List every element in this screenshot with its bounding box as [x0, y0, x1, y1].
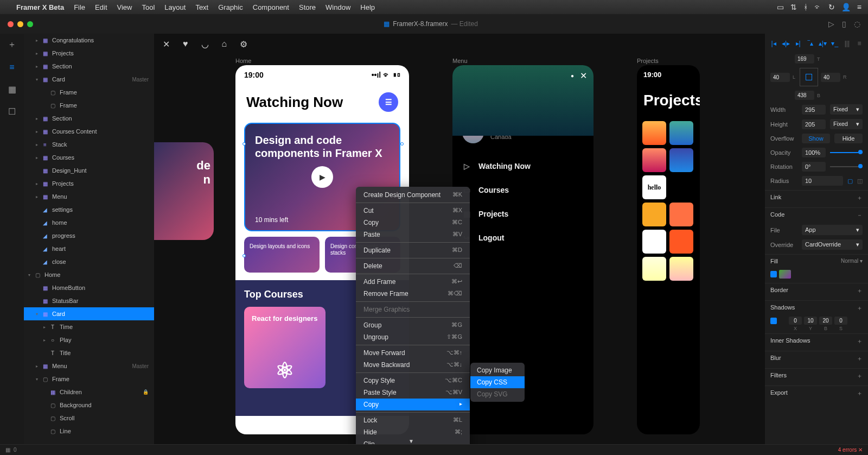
selection-handle[interactable] [400, 142, 404, 146]
subctx-copy-image[interactable]: Copy Image [470, 364, 525, 376]
ctx-move-backward[interactable]: Move Backward⌥⌘↓ [356, 359, 470, 371]
thumb[interactable] [669, 230, 693, 254]
distribute-h-icon[interactable]: ||| [843, 39, 851, 48]
thumb[interactable] [642, 203, 666, 226]
artboard-projects[interactable]: 19:00 Projects hello [637, 65, 700, 434]
align-center-h-icon[interactable]: ◂|▸ [782, 39, 790, 48]
pin-left[interactable]: 40 [770, 73, 790, 82]
filter-icon[interactable]: ☰ [379, 92, 398, 112]
align-right-icon[interactable]: ▸| [794, 39, 802, 48]
shadow-toggle[interactable] [770, 318, 777, 324]
subctx-copy-css[interactable]: Copy CSS [470, 376, 525, 388]
layer-section[interactable]: ▸▦Section [24, 60, 154, 73]
close-icon[interactable]: ✕ [163, 39, 170, 49]
thumb[interactable] [669, 148, 693, 172]
layer-section[interactable]: ▸▦Section [24, 112, 154, 125]
course-card[interactable]: React for designers ⚛ [244, 307, 326, 388]
heart-icon[interactable]: ♥ [183, 39, 188, 49]
add-filter-icon[interactable]: ＋ [857, 372, 863, 380]
ctx-remove-frame[interactable]: Remove Frame⌘⌫ [356, 288, 470, 300]
preview-icon[interactable]: ▷ [828, 20, 834, 28]
radius-per-icon[interactable]: ◫ [857, 178, 863, 185]
menu-text[interactable]: Text [195, 3, 208, 11]
add-export-icon[interactable]: ＋ [857, 389, 863, 397]
menu-help[interactable]: Help [360, 3, 375, 11]
menu-layout[interactable]: Layout [164, 3, 186, 11]
layer-line[interactable]: ▢Line [24, 425, 154, 438]
canvas[interactable]: ✕ ♥ ◡ ⌂ ⚙ Home Menu Projects den 19:00 •… [154, 34, 765, 455]
menu-close-icon[interactable]: ✕ [580, 71, 587, 81]
ctx-copy[interactable]: Copy⌘C [356, 217, 470, 229]
menu-item-watching-now[interactable]: ▷Watching Now [452, 154, 593, 178]
layers-icon[interactable]: ≡ [9, 62, 14, 72]
layer-home[interactable]: ◢home [24, 216, 154, 229]
layer-card[interactable]: ▾▦Card [24, 307, 154, 320]
layer-congratulations[interactable]: ▸▦Congratulations [24, 34, 154, 47]
progress-icon[interactable]: ◡ [201, 39, 209, 49]
rotation-slider[interactable] [830, 166, 863, 167]
layer-design_hunt[interactable]: ▦Design_Hunt [24, 164, 154, 177]
ctx-create-design-component[interactable]: Create Design Component⌘K [356, 189, 470, 201]
ctx-copy[interactable]: Copy▸ [356, 399, 470, 410]
minimize-window-button[interactable] [17, 21, 23, 27]
add-blur-icon[interactable]: ＋ [857, 355, 863, 363]
thumb[interactable] [669, 121, 693, 145]
add-link-icon[interactable]: ＋ [857, 194, 863, 202]
add-border-icon[interactable]: ＋ [857, 287, 863, 295]
menu-component[interactable]: Component [253, 3, 289, 11]
layer-scroll[interactable]: ▢Scroll [24, 412, 154, 425]
thumb[interactable] [642, 148, 666, 172]
fill-toggle[interactable] [770, 271, 777, 277]
thumb[interactable] [669, 203, 693, 226]
menu-graphic[interactable]: Graphic [218, 3, 243, 11]
add-shadow-icon[interactable]: ＋ [857, 304, 863, 312]
ctx-delete[interactable]: Delete⌫ [356, 260, 470, 272]
height-input[interactable]: 205 [802, 119, 826, 129]
menu-view[interactable]: View [117, 3, 132, 11]
menu-window[interactable]: Window [326, 3, 350, 11]
artboard-label-projects[interactable]: Projects [637, 58, 659, 64]
selection-handle[interactable] [242, 254, 246, 257]
layer-homebutton[interactable]: ▦HomeButton [24, 281, 154, 294]
radius-all-icon[interactable]: ▢ [847, 178, 853, 185]
ctx-move-forward[interactable]: Move Forward⌥⌘↑ [356, 347, 470, 359]
menu-tool[interactable]: Tool [142, 3, 155, 11]
thumb[interactable] [669, 175, 693, 199]
width-mode[interactable]: Fixed▾ [830, 104, 863, 115]
fill-swatch[interactable] [779, 270, 791, 279]
layer-play[interactable]: ▸○Play [24, 333, 154, 346]
layer-title[interactable]: TTitle [24, 346, 154, 359]
layer-menu[interactable]: ▸▦Menu [24, 190, 154, 203]
ctx-copy-style[interactable]: Copy Style⌥⌘C [356, 375, 470, 387]
traffic-lights[interactable] [8, 21, 33, 27]
align-bottom-icon[interactable]: ▾_ [831, 39, 839, 48]
fill-mode[interactable]: Normal ▾ [841, 258, 863, 264]
close-window-button[interactable] [8, 21, 14, 27]
layer-projects[interactable]: ▸▦Projects [24, 47, 154, 60]
align-center-v-icon[interactable]: ▴|▾ [818, 39, 827, 48]
layer-projects[interactable]: ▸▦Projects [24, 177, 154, 190]
play-icon[interactable]: ▶ [311, 166, 333, 188]
settings-icon[interactable]: ⚙ [240, 39, 247, 49]
align-top-icon[interactable]: ‾▴ [806, 39, 815, 48]
ctx-paste[interactable]: Paste⌘V [356, 229, 470, 241]
context-menu-more-icon[interactable]: ▼ [409, 438, 414, 444]
shadow-y[interactable]: 10 [804, 317, 817, 325]
menu-item-logout[interactable]: ↪Logout [452, 226, 593, 250]
menu-store[interactable]: Store [299, 3, 316, 11]
layer-heart[interactable]: ◢heart [24, 242, 154, 255]
layer-close[interactable]: ◢close [24, 255, 154, 268]
thumb[interactable] [642, 230, 666, 254]
layer-children[interactable]: ▦Children🔒 [24, 386, 154, 399]
radius-input[interactable]: 10 [802, 176, 843, 186]
layer-frame[interactable]: ▢Frame [24, 99, 154, 112]
shadow-b[interactable]: 20 [819, 317, 832, 325]
selection-handle[interactable] [242, 142, 246, 146]
comment-icon[interactable]: ◌ [854, 20, 860, 28]
shadow-x[interactable]: 0 [789, 317, 802, 325]
menu-item-projects[interactable]: ▦Projects [452, 202, 593, 226]
ctx-hide[interactable]: Hide⌘; [356, 426, 470, 438]
remove-code-icon[interactable]: － [857, 211, 863, 219]
thumb[interactable] [669, 257, 693, 281]
thumb[interactable] [642, 121, 666, 145]
